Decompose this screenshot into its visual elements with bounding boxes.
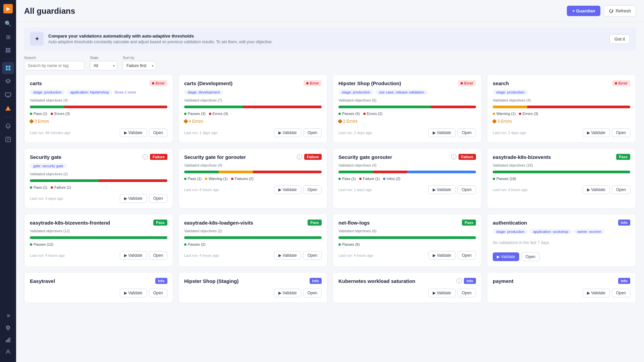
- validate-button[interactable]: ▶ Validate: [428, 289, 455, 297]
- open-button[interactable]: Open: [303, 251, 322, 260]
- card-header: authentication Info: [493, 220, 630, 226]
- card-title: search: [493, 80, 509, 86]
- sidebar-icon-apps[interactable]: [2, 44, 14, 56]
- open-button[interactable]: Open: [458, 128, 476, 137]
- open-button[interactable]: Open: [458, 251, 476, 260]
- search-label: Search: [24, 56, 85, 60]
- sidebar-icon-monitor[interactable]: [2, 89, 14, 101]
- open-button[interactable]: Open: [149, 289, 167, 297]
- open-button[interactable]: Open: [303, 185, 322, 194]
- validated-label: Validated objectives (2): [30, 172, 167, 176]
- open-button[interactable]: Open: [612, 289, 630, 297]
- legend: Passes (2): [184, 242, 322, 246]
- card-footer: Last run: 48 minutes ago ▶ Validate Open: [30, 128, 167, 137]
- card-search: search Error stage: production Validated…: [487, 74, 636, 143]
- refresh-icon: [609, 9, 613, 13]
- state-select[interactable]: All Active Inactive: [90, 61, 117, 70]
- sortby-select-wrapper: Failure first Name Last run: [123, 61, 156, 70]
- svg-point-2: [9, 48, 10, 49]
- validate-button[interactable]: ▶ Validate: [493, 252, 519, 261]
- open-button[interactable]: Open: [612, 128, 630, 137]
- card-actions: ▶ Validate Open: [120, 194, 167, 203]
- sidebar-icon-puzzle[interactable]: [2, 133, 14, 145]
- validate-button[interactable]: ▶ Validate: [428, 251, 455, 260]
- legend: Pass (1)Errors (3): [30, 112, 167, 116]
- card-actions: ▶ Validate Open: [583, 128, 630, 137]
- sidebar-icon-guardian[interactable]: [2, 62, 14, 74]
- error-diamond: [338, 119, 342, 124]
- validate-button[interactable]: ▶ Validate: [583, 185, 610, 194]
- progress-segment: [493, 106, 527, 108]
- validate-button[interactable]: ▶ Validate: [274, 289, 301, 297]
- card-security-gate-for-gorouter: Security gate for gorouter i Failure Val…: [178, 148, 327, 208]
- svg-rect-23: [9, 338, 10, 342]
- open-button[interactable]: Open: [149, 128, 167, 137]
- validate-button[interactable]: ▶ Validate: [583, 289, 610, 297]
- sortby-group: Sort by Failure first Name Last run: [123, 56, 156, 70]
- validate-button[interactable]: ▶ Validate: [428, 128, 455, 137]
- legend-dot: [30, 113, 32, 115]
- card-authentication: authentication Info stage: productionapp…: [487, 214, 636, 267]
- legend: Passes (12): [30, 242, 167, 246]
- sidebar-icon-person[interactable]: [2, 346, 14, 358]
- svg-rect-21: [6, 341, 7, 342]
- open-button[interactable]: Open: [149, 194, 167, 203]
- validate-button[interactable]: ▶ Validate: [120, 194, 147, 203]
- legend-dot: [209, 113, 211, 115]
- topbar-actions: + Guardian Refresh: [567, 5, 636, 16]
- sortby-select[interactable]: Failure first Name Last run: [123, 61, 156, 70]
- add-guardian-button[interactable]: + Guardian: [567, 6, 600, 16]
- open-button[interactable]: Open: [458, 289, 476, 297]
- open-button[interactable]: Open: [612, 185, 630, 194]
- refresh-button[interactable]: Refresh: [604, 5, 636, 16]
- legend: Pass (1)Failure (1)Infos (2): [338, 177, 476, 181]
- got-it-button[interactable]: Got it: [609, 34, 630, 44]
- show-more-link[interactable]: Show 2 more: [114, 90, 136, 94]
- open-button[interactable]: Open: [303, 289, 322, 297]
- card-header: Security gate for gorouter i Failure: [184, 154, 322, 160]
- progress-segment: [527, 106, 631, 108]
- legend-dot: [184, 113, 186, 115]
- sidebar-icon-layers[interactable]: [2, 75, 14, 87]
- info-icon: i: [297, 154, 302, 160]
- card-header: search Error: [493, 80, 630, 86]
- tags: stage: productionapplication: hipstersho…: [30, 89, 167, 95]
- validated-label: Validated objectives (18): [493, 163, 630, 167]
- sidebar-icon-chevrons[interactable]: [2, 310, 14, 322]
- validate-button[interactable]: ▶ Validate: [120, 128, 147, 137]
- guardians-grid-container: carts Error stage: productionapplication…: [16, 74, 644, 362]
- open-button[interactable]: Open: [521, 252, 540, 261]
- validate-button[interactable]: ▶ Validate: [274, 128, 301, 137]
- sidebar-icon-bell[interactable]: [2, 120, 14, 132]
- sidebar-icon-home[interactable]: ⊞: [2, 31, 14, 43]
- card-title: Easytravel: [30, 278, 55, 284]
- legend-item: Passes (6): [338, 242, 360, 246]
- validate-button[interactable]: ▶ Validate: [120, 289, 147, 297]
- validate-button[interactable]: ▶ Validate: [583, 128, 610, 137]
- legend-dot: [338, 243, 341, 246]
- no-validation-text: No validations in the last 7 days: [493, 238, 630, 248]
- sidebar-icon-search[interactable]: 🔍: [2, 17, 14, 29]
- validated-label: Validated objectives (2): [184, 229, 322, 233]
- card-header: Hipster Shop (Production) Error: [338, 80, 476, 86]
- open-button[interactable]: Open: [303, 128, 322, 137]
- sidebar-icon-location[interactable]: [2, 322, 14, 334]
- last-run: Last run: 1 days ago: [184, 131, 218, 135]
- card-hipster-shop--staging-: Hipster Shop (Staging) Info ▶ Validate O…: [178, 272, 327, 303]
- validate-button[interactable]: ▶ Validate: [120, 251, 147, 260]
- progress-bar: [338, 106, 476, 108]
- sidebar-icon-warning[interactable]: [2, 102, 14, 114]
- card-actions: ▶ Validate Open: [428, 289, 476, 297]
- open-button[interactable]: Open: [458, 185, 476, 194]
- validate-button[interactable]: ▶ Validate: [274, 185, 301, 194]
- validate-button[interactable]: ▶ Validate: [274, 251, 301, 260]
- status-badge: Info: [464, 278, 476, 284]
- sidebar-icon-chart[interactable]: [2, 334, 14, 346]
- last-run: Last run: 1 days ago: [493, 131, 526, 135]
- search-input[interactable]: [24, 61, 85, 70]
- open-button[interactable]: Open: [149, 251, 167, 260]
- card-title: Security gate: [30, 154, 61, 160]
- validate-button[interactable]: ▶ Validate: [428, 185, 455, 194]
- status-dot: [461, 82, 463, 84]
- card-footer: Last run: 4 hours ago ▶ Validate Open: [184, 251, 322, 260]
